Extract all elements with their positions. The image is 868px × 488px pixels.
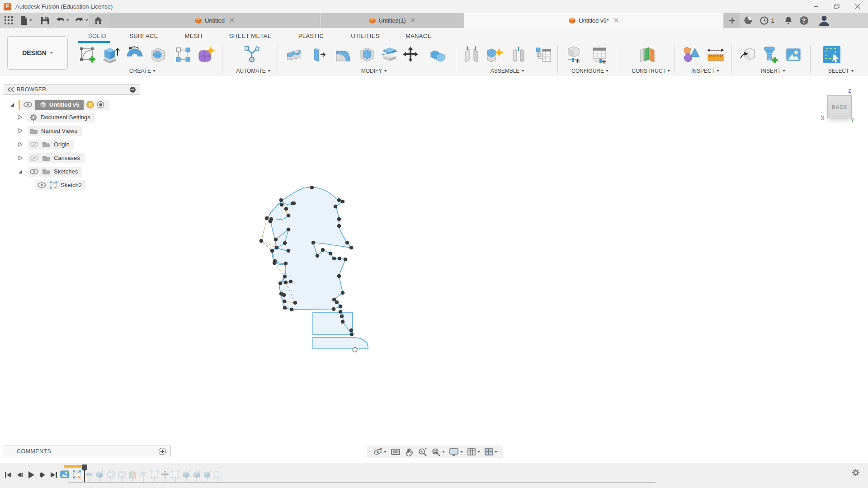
zoom-window-button[interactable] <box>431 447 445 457</box>
browser-collapse-icon[interactable] <box>130 87 136 93</box>
expanded-node-icon[interactable] <box>9 102 15 108</box>
timeline-feature-sketch2[interactable] <box>71 469 82 480</box>
view-cube-face[interactable]: BACK <box>831 99 848 115</box>
display-settings-button[interactable] <box>449 448 463 456</box>
workspace-selector[interactable]: DESIGN <box>7 36 68 70</box>
joint-origin-button[interactable] <box>508 44 529 65</box>
timeline-track[interactable] <box>68 482 656 483</box>
press-pull-button[interactable] <box>283 44 304 65</box>
revolve-button[interactable] <box>124 44 145 65</box>
timeline-settings-button[interactable] <box>852 469 860 477</box>
visibility-off-eye-icon[interactable] <box>29 155 39 161</box>
joint-button[interactable] <box>461 44 482 65</box>
configure-group-dropdown[interactable]: CONFIGURE <box>571 68 609 74</box>
viewports-button[interactable] <box>484 448 497 456</box>
restore-button[interactable] <box>826 0 847 13</box>
view-cube[interactable]: BACK <box>827 95 852 118</box>
construct-plane-button[interactable] <box>637 44 657 65</box>
file-menu-button[interactable] <box>19 14 33 27</box>
insert-canvas-button[interactable] <box>783 44 804 65</box>
comments-panel[interactable]: COMMENTS <box>4 446 171 457</box>
rectangular-pattern-button[interactable] <box>173 44 193 65</box>
undo-button[interactable] <box>54 14 71 27</box>
extrude-button[interactable] <box>100 44 121 65</box>
hole-button[interactable] <box>148 44 169 65</box>
browser-row-document-settings[interactable]: Document Settings <box>17 112 95 122</box>
tab-close-icon[interactable] <box>410 18 415 23</box>
insert-fastener-button[interactable] <box>759 44 780 65</box>
model-viewport[interactable]: BROWSER Untitled v5 R Document Settings … <box>0 76 868 463</box>
pan-button[interactable] <box>405 447 414 456</box>
tab-close-icon[interactable] <box>230 18 234 23</box>
app-grid-button[interactable] <box>3 14 14 27</box>
zoom-button[interactable] <box>418 447 427 457</box>
activate-component-icon[interactable] <box>97 101 104 108</box>
move-copy-button[interactable] <box>400 44 421 65</box>
construct-group-dropdown[interactable]: CONSTRUCT <box>632 68 670 74</box>
configuration-table-button[interactable] <box>590 44 610 65</box>
shell-button[interactable] <box>357 44 377 65</box>
measure-button[interactable] <box>681 44 702 65</box>
browser-panel-header[interactable]: BROWSER <box>4 84 140 95</box>
ribbon-tab-mesh[interactable]: MESH <box>185 33 203 39</box>
create-form-button[interactable] <box>195 44 216 65</box>
collapse-panel-icon[interactable] <box>8 87 14 92</box>
doc-tab-untitled-1[interactable]: Untitled(1) <box>321 13 463 28</box>
reserved-badge[interactable]: R <box>86 101 94 108</box>
expand-comments-icon[interactable] <box>159 448 166 455</box>
new-tab-button[interactable] <box>724 13 740 28</box>
select-button[interactable] <box>821 44 842 65</box>
select-group-dropdown[interactable]: SELECT <box>828 68 854 74</box>
browser-row-sketches[interactable]: Sketches <box>17 166 82 177</box>
offset-face-button[interactable] <box>308 44 329 65</box>
timeline-step-forward-button[interactable] <box>37 469 48 480</box>
parts-list-button[interactable] <box>533 44 554 65</box>
grid-snap-button[interactable] <box>467 448 480 456</box>
timeline-step-back-button[interactable] <box>14 469 26 480</box>
doc-tab-untitled-v5[interactable]: Untitled v5* <box>464 13 723 28</box>
account-avatar[interactable] <box>816 13 833 28</box>
redo-button[interactable] <box>73 14 90 27</box>
visibility-eye-icon[interactable] <box>37 182 47 188</box>
home-view-button[interactable] <box>89 14 108 27</box>
ribbon-tab-plastic[interactable]: PLASTIC <box>298 33 324 39</box>
root-component[interactable]: Untitled v5 <box>35 100 84 110</box>
fillet-button[interactable] <box>332 44 353 65</box>
create-group-dropdown[interactable]: CREATE <box>129 68 156 74</box>
ribbon-tab-utilities[interactable]: UTILITIES <box>351 33 379 39</box>
create-sketch-button[interactable] <box>77 44 98 65</box>
notifications-button[interactable] <box>782 13 795 28</box>
ribbon-tab-manage[interactable]: MANAGE <box>406 33 432 39</box>
job-status-button[interactable]: 1 <box>758 13 777 28</box>
collapsed-node-icon[interactable] <box>17 128 23 134</box>
timeline-feature-canvas[interactable] <box>59 469 70 480</box>
ribbon-tab-solid[interactable]: SOLID <box>88 33 107 39</box>
look-at-button[interactable] <box>391 448 401 456</box>
insert-group-dropdown[interactable]: INSERT <box>761 68 785 74</box>
browser-row-origin[interactable]: Origin <box>17 139 74 150</box>
timeline-go-to-start-button[interactable] <box>2 469 14 480</box>
automate-group-dropdown[interactable]: AUTOMATE <box>236 68 270 74</box>
browser-root-row[interactable]: Untitled v5 R <box>9 99 109 110</box>
orbit-button[interactable] <box>373 447 387 456</box>
ribbon-tab-surface[interactable]: SURFACE <box>129 33 158 39</box>
inspect-group-dropdown[interactable]: INSPECT <box>691 68 719 74</box>
collapsed-node-icon[interactable] <box>17 114 23 120</box>
doc-tab-untitled[interactable]: Untitled <box>109 13 320 28</box>
minimize-button[interactable] <box>806 0 826 13</box>
sketch2-knight-profile[interactable] <box>249 181 393 361</box>
browser-row-canvases[interactable]: Canvases <box>17 153 85 163</box>
timeline-go-to-end-button[interactable] <box>48 469 60 480</box>
configure-button[interactable] <box>563 44 584 65</box>
modify-group-dropdown[interactable]: MODIFY <box>361 68 387 74</box>
visibility-eye-icon[interactable] <box>23 102 33 108</box>
extensions-button[interactable] <box>741 13 755 28</box>
dimension-button[interactable] <box>705 44 726 65</box>
help-button[interactable]: ? <box>797 13 810 28</box>
collapsed-node-icon[interactable] <box>17 141 23 147</box>
unconstrained-point[interactable] <box>353 347 357 352</box>
automate-button[interactable] <box>241 44 262 65</box>
visibility-eye-icon[interactable] <box>29 169 39 174</box>
visibility-off-eye-icon[interactable] <box>29 141 39 148</box>
expanded-node-icon[interactable] <box>17 169 23 174</box>
